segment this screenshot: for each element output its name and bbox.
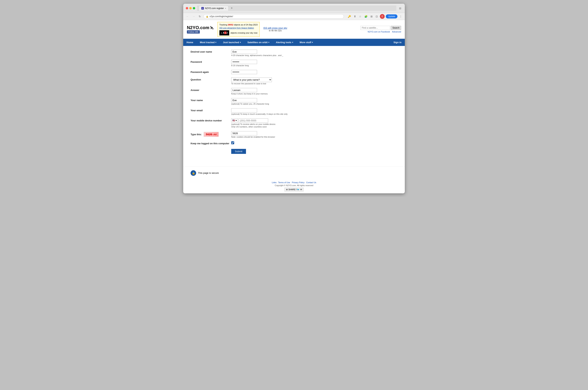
search-links: N2YO.com on Facebook Advanced bbox=[368, 31, 401, 33]
nav-most-tracked[interactable]: Most tracked ▾ bbox=[196, 39, 220, 46]
share-social-icons: f 🐦 ✉ bbox=[296, 188, 302, 191]
satellite-icon: 🛰 bbox=[210, 26, 214, 30]
username-row: Desired user name 4-20 character long, a… bbox=[191, 50, 305, 56]
question-select[interactable]: What is your pets name? What is your mot… bbox=[231, 78, 272, 82]
password-input[interactable] bbox=[231, 60, 257, 64]
email-input[interactable] bbox=[231, 108, 257, 112]
hd-live-link[interactable]: HD Live streaming from Space Station bbox=[219, 26, 258, 30]
crossing-row: 1,822 objects crossing your sky now bbox=[219, 30, 258, 35]
keeploggedin-label: Keep me logged on this computer bbox=[191, 141, 231, 145]
secure-text: This page is secure bbox=[198, 172, 219, 174]
maximize-window-btn[interactable] bbox=[193, 7, 195, 9]
username-hint: 4-20 character long, alphanumeric charac… bbox=[231, 54, 305, 56]
bookmark-btn[interactable]: ☆ bbox=[358, 15, 362, 18]
browser-actions: 🔑 ⬆ ☆ 🧩 ⊞ ⊡ E Update ⋮ bbox=[347, 14, 403, 19]
update-btn[interactable]: Update bbox=[386, 14, 397, 18]
links-link[interactable]: Links bbox=[272, 181, 277, 184]
tab-bar: N N2YO.com register × + bbox=[197, 5, 396, 11]
question-hint: To recover the password in case is lost bbox=[231, 83, 305, 85]
logo-area-inner: N2YO.com 🛰 Follow 28K bbox=[187, 25, 214, 34]
refresh-btn[interactable]: ↻ bbox=[198, 15, 202, 18]
satellite-search-input[interactable] bbox=[360, 26, 390, 30]
address-bar[interactable]: 🔒 n2yo.com/login/register/ bbox=[204, 14, 344, 19]
nav-just-launched[interactable]: Just launched ▾ bbox=[220, 39, 244, 46]
password-again-input[interactable] bbox=[231, 70, 257, 74]
email-field: (optional) To keep in touch ocasionally.… bbox=[231, 108, 305, 115]
tracking-count: 28052 bbox=[228, 24, 234, 26]
facebook-link[interactable]: N2YO.com on Facebook bbox=[368, 31, 390, 33]
contact-link[interactable]: Contact Us bbox=[306, 181, 316, 184]
secure-lock-icon: 🔒 bbox=[191, 170, 196, 176]
close-window-btn[interactable] bbox=[186, 7, 188, 9]
share-bar: ⊕ SHARE f 🐦 ✉ bbox=[185, 188, 403, 192]
sidebar-btn[interactable]: ⊞ bbox=[369, 15, 374, 18]
back-btn[interactable]: ← bbox=[185, 15, 190, 18]
flag-dropdown-arrow: ▾ bbox=[236, 119, 237, 122]
yourname-label: Your name bbox=[191, 98, 231, 102]
iss-time: in 4h 4m 32s bbox=[263, 29, 287, 32]
answer-row: Answer Keep it short, but keep it in you… bbox=[191, 88, 305, 95]
terms-link[interactable]: Terms of Use bbox=[278, 181, 290, 184]
footer-links: Links Terms of Use Privacy Policy Contac… bbox=[185, 181, 403, 184]
active-tab[interactable]: N N2YO.com register × bbox=[199, 6, 229, 11]
forward-btn[interactable]: → bbox=[191, 15, 196, 18]
mobile-input[interactable] bbox=[238, 118, 268, 123]
country-flag-selector[interactable]: 🇺🇸 ▾ bbox=[231, 118, 238, 123]
username-field: 4-20 character long, alphanumeric charac… bbox=[231, 50, 305, 56]
mobile-row: Your mobile device number 🇺🇸 ▾ (optional… bbox=[191, 118, 305, 128]
captcha-image: 5626 ✗✗ bbox=[204, 132, 219, 137]
fb-follow-btn[interactable]: Follow 28K bbox=[187, 30, 200, 34]
registration-form-area: Desired user name 4-20 character long, a… bbox=[183, 46, 312, 165]
yourname-input[interactable] bbox=[231, 98, 257, 102]
crossing-count: 1,822 bbox=[219, 30, 229, 35]
question-field: What is your pets name? What is your mot… bbox=[231, 78, 305, 85]
captcha-input[interactable] bbox=[231, 131, 257, 135]
address-text: n2yo.com/login/register/ bbox=[210, 15, 233, 18]
page-content: N2YO.com 🛰 Follow 28K Tracking 28052 obj… bbox=[183, 20, 405, 193]
extension-btn[interactable]: 🧩 bbox=[363, 15, 368, 18]
site-logo[interactable]: N2YO.com bbox=[187, 25, 209, 30]
nav-sign-in[interactable]: Sign in bbox=[390, 39, 405, 46]
mobile-label: Your mobile device number bbox=[191, 118, 231, 122]
mobile-field: 🇺🇸 ▾ (optional) To receive alerts on you… bbox=[231, 118, 305, 128]
answer-input[interactable] bbox=[231, 88, 257, 92]
site-header: N2YO.com 🛰 Follow 28K Tracking 28052 obj… bbox=[183, 20, 405, 39]
site-footer: Links Terms of Use Privacy Policy Contac… bbox=[183, 180, 405, 193]
captcha-field: Note: cookies should be enabled for this… bbox=[231, 131, 305, 138]
nav-more-stuff[interactable]: More stuff ▾ bbox=[296, 39, 316, 46]
password-row: Password 8-16 character long bbox=[191, 60, 305, 67]
username-input[interactable] bbox=[231, 50, 257, 54]
tracking-text: Tracking 28052 objects as of 24-Sep-2023 bbox=[219, 23, 258, 26]
privacy-link[interactable]: Privacy Policy bbox=[292, 181, 304, 184]
chevron-down-icon: ▾ bbox=[215, 41, 216, 43]
menu-btn[interactable]: ⋮ bbox=[399, 15, 403, 18]
copyright-text: Copyright © N2YO.com. All rights reserve… bbox=[185, 184, 403, 187]
tab-close-btn[interactable]: × bbox=[225, 7, 226, 9]
profile-avatar-btn[interactable]: E bbox=[380, 14, 385, 19]
keeploggedin-field bbox=[231, 141, 305, 145]
new-tab-btn[interactable]: + bbox=[229, 5, 234, 11]
yourname-row: Your name (optional) To salute you, 25 c… bbox=[191, 98, 305, 105]
share-button[interactable]: ⊕ SHARE f 🐦 ✉ bbox=[284, 188, 303, 192]
advanced-search-link[interactable]: Advanced bbox=[392, 31, 401, 33]
password-btn[interactable]: 🔑 bbox=[347, 15, 352, 18]
share-btn-browser[interactable]: ⬆ bbox=[353, 15, 357, 18]
nav-satellites-on-orbit[interactable]: Satellites on orbit ▾ bbox=[244, 39, 273, 46]
submit-btn[interactable]: Submit bbox=[231, 149, 246, 154]
captcha-hint: Note: cookies should be enabled for this… bbox=[231, 136, 305, 138]
minimize-window-btn[interactable] bbox=[189, 7, 192, 9]
nav-home[interactable]: Home bbox=[183, 39, 196, 46]
chevron-down-icon: ▾ bbox=[240, 41, 241, 43]
keeploggedin-checkbox[interactable] bbox=[231, 141, 234, 144]
profiles-btn[interactable]: ⊡ bbox=[375, 15, 379, 18]
iss-link[interactable]: ISS will cross your sky bbox=[263, 27, 287, 29]
window-list-btn[interactable]: ⊟ bbox=[398, 6, 402, 10]
nav-alerting-tools[interactable]: Alerting tools ▾ bbox=[273, 39, 296, 46]
submit-row: Submit bbox=[191, 148, 305, 154]
yourname-field: (optional) To salute you, 25 character l… bbox=[231, 98, 305, 105]
share-icon: ⊕ bbox=[286, 188, 288, 191]
search-btn[interactable]: Search bbox=[391, 26, 401, 30]
email-hint: (optional) To keep in touch ocasionally.… bbox=[231, 113, 305, 115]
answer-field: Keep it short, but keep it in your memor… bbox=[231, 88, 305, 95]
password-again-field bbox=[231, 70, 305, 74]
